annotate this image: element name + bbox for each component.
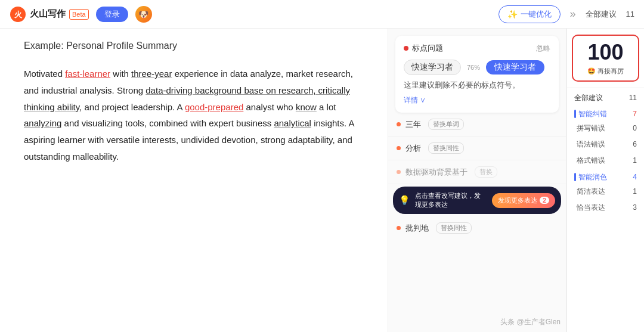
word-comparison: 快速学习者 76% 快速学习者 [404, 60, 550, 75]
proper-label: 恰当表达 [577, 203, 605, 213]
concise-label: 简洁表达 [577, 187, 605, 197]
middle-panel: 标点问题 忽略 快速学习者 76% 快速学习者 这里建议删除不必要的标点符号。 … [388, 29, 566, 332]
item-label-3: 数据驱动背景基于 [405, 167, 467, 178]
doc-body: Motivated fast-learner with three-year e… [24, 66, 370, 165]
text-analytical: analytical [274, 118, 311, 128]
category-polish-label: 智能润色 [578, 172, 607, 182]
detail-label: 详情 ∨ [404, 95, 426, 106]
cta-text: 点击查看改写建议，发现更多表达 [415, 191, 487, 209]
text-normal-5: analyst who [243, 102, 296, 112]
item-badge-2[interactable]: 替换同性 [428, 142, 464, 154]
suggestions-label: 全部建议 [586, 9, 617, 20]
concise-count: 1 [633, 187, 637, 196]
item-label-2: 分析 [405, 143, 421, 154]
grammar-label: 语法错误 [577, 139, 605, 150]
word-original: 快速学习者 [404, 60, 461, 75]
login-button[interactable]: 登录 [96, 7, 128, 22]
format-label: 格式错误 [577, 156, 605, 166]
category-polish-bar [574, 173, 576, 181]
cta-row: 数据驱动背景基于 替换 💡 点击查看改写建议，发现更多表达 发现更多表达 2 [388, 160, 566, 214]
item-badge-1[interactable]: 替换单词 [428, 119, 464, 130]
optimize-label: 一键优化 [521, 9, 552, 20]
dot-orange-4 [397, 226, 401, 230]
svg-text:火: 火 [14, 10, 23, 19]
text-normal-6: a lot [317, 102, 336, 112]
item-badge-4[interactable]: 替换同性 [436, 222, 472, 234]
category-correction-label: 智能纠错 [578, 109, 607, 119]
category-polish: 智能润色 4 [567, 169, 644, 184]
category-correction: 智能纠错 7 [567, 106, 644, 120]
suggestion-item-4[interactable]: 批判地 替换同性 [388, 216, 566, 240]
dot-orange-3 [397, 170, 401, 174]
grammar-count: 6 [633, 140, 637, 148]
card-desc: 这里建议删除不必要的标点符号。 [404, 80, 550, 91]
text-three-year: three-year [131, 69, 172, 79]
proper-count: 3 [633, 203, 637, 212]
all-suggestions-label: 全部建议 [574, 93, 603, 103]
logo-icon: 火 [10, 6, 26, 23]
item-badge-3[interactable]: 替换 [475, 166, 497, 178]
right-item-format[interactable]: 格式错误 1 [567, 153, 644, 169]
all-suggestions-count: 11 [629, 94, 637, 102]
text-good-prepared: good-prepared [185, 102, 243, 112]
beta-badge: Beta [69, 9, 89, 20]
doc-title: Example: Personal Profile Summary [24, 41, 370, 51]
item-label-1: 三年 [405, 119, 421, 130]
text-fast-learner: fast-learner [65, 69, 110, 79]
navbar: 火 火山写作 Beta 登录 🐶 ✨ 一键优化 » 全部建议 11 [0, 0, 644, 29]
card-header: 标点问题 忽略 [404, 43, 550, 54]
right-divider [567, 88, 644, 88]
word-score: 76% [467, 64, 480, 71]
cta-banner: 💡 点击查看改写建议，发现更多表达 发现更多表达 2 [393, 187, 561, 214]
item-label-4: 批判地 [405, 223, 429, 234]
format-count: 1 [633, 156, 637, 165]
right-item-spelling[interactable]: 拼写错误 0 [567, 120, 644, 136]
dot-orange-1 [397, 122, 401, 126]
suggestions-count: 11 [626, 10, 634, 18]
discover-count: 2 [540, 197, 549, 204]
card-detail[interactable]: 详情 ∨ [404, 95, 550, 106]
discover-button[interactable]: 发现更多表达 2 [492, 193, 555, 208]
discover-label: 发现更多表达 [498, 196, 537, 205]
text-normal-4: , and project leadership. A [79, 102, 185, 112]
cta-icon: 💡 [399, 195, 410, 206]
suggestion-item-3[interactable]: 数据驱动背景基于 替换 [388, 160, 566, 184]
optimize-icon: ✨ [507, 10, 518, 19]
right-item-concise[interactable]: 简洁表达 1 [567, 184, 644, 200]
spelling-count: 0 [633, 124, 637, 132]
right-panel: 100 🤩 再接再厉 全部建议 11 智能纠错 7 拼写错误 0 语法错误 6 … [566, 29, 644, 332]
text-know: know [296, 102, 317, 112]
main-layout: Example: Personal Profile Summary Motiva… [0, 29, 644, 332]
score-box: 100 🤩 再接再厉 [572, 35, 639, 82]
category-bar [574, 110, 576, 118]
spelling-label: 拼写错误 [577, 123, 605, 134]
logo-area: 火 火山写作 Beta [10, 6, 89, 23]
category-correction-count: 7 [633, 110, 637, 118]
suggestion-item-2[interactable]: 分析 替换同性 [388, 136, 566, 160]
suggestion-item-1[interactable]: 三年 替换单词 [388, 113, 566, 136]
ignore-button[interactable]: 忽略 [536, 44, 550, 54]
score-action[interactable]: 🤩 再接再厉 [579, 67, 632, 76]
score-number: 100 [579, 41, 632, 64]
card-title: 标点问题 [412, 43, 443, 54]
dot-orange-2 [397, 146, 401, 150]
card-title-row: 标点问题 [404, 43, 443, 54]
right-item-proper[interactable]: 恰当表达 3 [567, 200, 644, 216]
editor-area[interactable]: Example: Personal Profile Summary Motiva… [0, 29, 388, 332]
all-suggestions-section[interactable]: 全部建议 11 [567, 91, 644, 106]
word-suggested[interactable]: 快速学习者 [486, 60, 544, 75]
dot-red [404, 46, 408, 51]
category-polish-count: 4 [633, 173, 637, 181]
avatar[interactable]: 🐶 [135, 6, 152, 23]
right-item-grammar[interactable]: 语法错误 6 [567, 136, 644, 153]
text-normal-7: and visualizing tools, combined with exp… [61, 118, 274, 128]
score-action-text: 🤩 再接再厉 [587, 67, 624, 76]
text-normal-1: Motivated [24, 69, 65, 79]
text-analyzing: analyzing [24, 118, 61, 128]
text-normal-2: with [110, 69, 131, 79]
suggestion-card: 标点问题 忽略 快速学习者 76% 快速学习者 这里建议删除不必要的标点符号。 … [395, 36, 559, 113]
logo-text: 火山写作 [30, 8, 66, 20]
more-button[interactable]: » [568, 8, 578, 20]
optimize-button[interactable]: ✨ 一键优化 [499, 5, 561, 23]
